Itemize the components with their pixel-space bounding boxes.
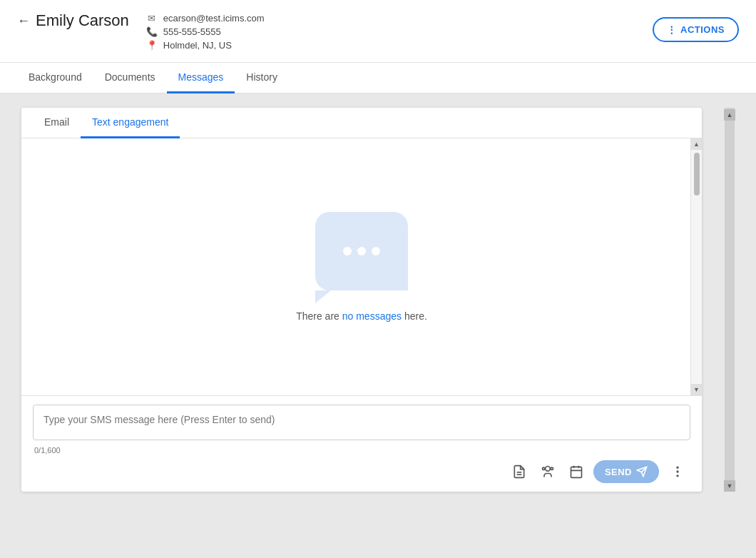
- scroll-thumb[interactable]: [694, 153, 700, 196]
- contact-info: ✉ ecarson@test.icims.com 📞 555-555-5555 …: [146, 11, 265, 62]
- more-icon: [670, 465, 685, 479]
- template-icon: [541, 465, 555, 479]
- input-actions: SEND: [33, 460, 690, 486]
- location-icon: 📍: [146, 40, 158, 51]
- dot-1: [343, 247, 352, 255]
- page-header: ← Emily Carson ✉ ecarson@test.icims.com …: [0, 0, 756, 63]
- sub-tab-email[interactable]: Email: [33, 108, 81, 138]
- calendar-icon: [569, 465, 583, 479]
- chat-bubble-empty-icon: [315, 212, 408, 290]
- phone-row: 📞 555-555-5555: [146, 26, 265, 37]
- message-scrollbar[interactable]: ▲ ▼: [690, 138, 702, 395]
- page-scroll-up[interactable]: ▲: [724, 109, 735, 121]
- email-row: ✉ ecarson@test.icims.com: [146, 13, 265, 24]
- header-left: ← Emily Carson ✉ ecarson@test.icims.com …: [17, 11, 265, 62]
- send-button[interactable]: SEND: [593, 460, 659, 483]
- template-button[interactable]: [536, 462, 559, 482]
- back-name-group: ← Emily Carson: [17, 11, 129, 41]
- message-area: There are no messages here.: [21, 138, 702, 395]
- tab-history[interactable]: History: [235, 63, 289, 93]
- no-messages-text: There are no messages here.: [296, 310, 427, 322]
- main-content: Email Text engagement T: [0, 93, 756, 536]
- svg-point-11: [676, 467, 678, 469]
- actions-label: ACTIONS: [680, 24, 725, 35]
- sms-input[interactable]: [33, 405, 690, 440]
- send-icon: [636, 466, 648, 477]
- sub-tab-text-engagement[interactable]: Text engagement: [81, 108, 180, 138]
- svg-point-12: [676, 470, 678, 472]
- dot-3: [372, 247, 380, 255]
- svg-rect-5: [571, 467, 581, 477]
- svg-point-3: [551, 467, 553, 470]
- send-label: SEND: [605, 467, 632, 477]
- phone-value: 555-555-5555: [163, 26, 221, 37]
- back-button[interactable]: ←: [17, 14, 30, 27]
- svg-point-13: [676, 475, 678, 477]
- sub-tabs: Email Text engagement: [21, 108, 702, 138]
- location-row: 📍 Holmdel, NJ, US: [146, 40, 265, 51]
- document-icon: [512, 465, 526, 479]
- message-card: Email Text engagement T: [21, 108, 702, 492]
- chat-dots: [343, 247, 380, 255]
- page-scrollbar[interactable]: ▲ ▼: [725, 108, 735, 492]
- svg-point-4: [542, 467, 544, 470]
- attach-document-button[interactable]: [508, 462, 531, 482]
- more-options-button[interactable]: [665, 462, 690, 482]
- scroll-down-btn[interactable]: ▼: [691, 384, 703, 395]
- person-name: Emily Carson: [36, 11, 129, 30]
- tab-documents[interactable]: Documents: [93, 63, 167, 93]
- tab-messages[interactable]: Messages: [167, 63, 235, 93]
- phone-icon: 📞: [146, 26, 158, 37]
- dot-2: [357, 247, 366, 255]
- no-messages-highlight: no messages: [342, 310, 402, 322]
- message-input-section: 0/1,600: [21, 395, 702, 492]
- nav-tabs: Background Documents Messages History: [0, 63, 756, 93]
- location-value: Holmdel, NJ, US: [163, 40, 232, 51]
- email-value: ecarson@test.icims.com: [163, 13, 265, 24]
- tab-background[interactable]: Background: [17, 63, 93, 93]
- schedule-button[interactable]: [565, 462, 588, 482]
- svg-point-2: [546, 467, 551, 472]
- message-scroll-container: There are no messages here. ▲ ▼: [21, 138, 702, 395]
- actions-dots-icon: ⋮: [667, 24, 677, 35]
- page-scroll-down[interactable]: ▼: [724, 480, 735, 492]
- email-icon: ✉: [146, 13, 158, 24]
- char-count: 0/1,600: [34, 446, 690, 455]
- actions-button[interactable]: ⋮ ACTIONS: [653, 17, 740, 42]
- scroll-up-btn[interactable]: ▲: [691, 138, 703, 150]
